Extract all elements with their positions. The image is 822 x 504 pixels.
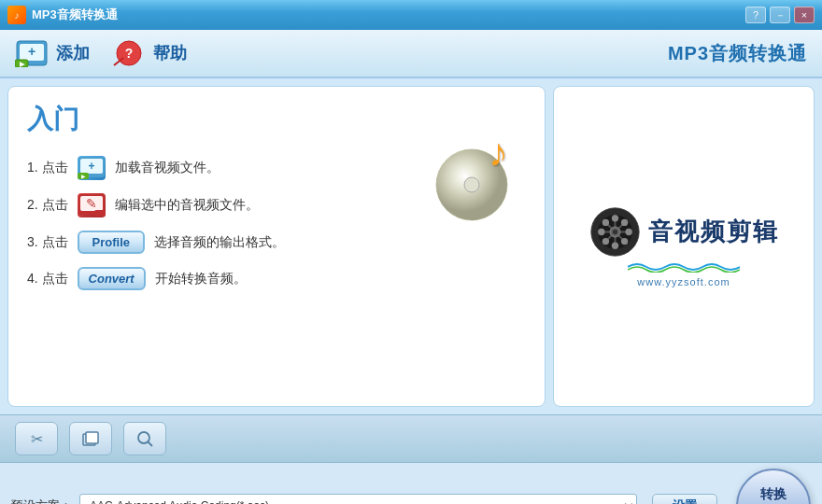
- window-title: MP3音频转换通: [32, 7, 118, 23]
- step-4: 4. 点击 Convert 开始转换音频。: [27, 267, 526, 290]
- svg-text:♪: ♪: [489, 133, 508, 175]
- brand-text-main: 音视频剪辑: [648, 216, 779, 248]
- svg-point-33: [620, 218, 627, 225]
- svg-point-31: [602, 218, 608, 225]
- svg-point-30: [625, 228, 631, 234]
- svg-point-27: [611, 215, 617, 221]
- svg-line-40: [148, 441, 152, 446]
- preset-select[interactable]: AAC-Advanced Audio Coding(*.aac): [79, 494, 637, 504]
- wave-decoration: [628, 261, 740, 273]
- help-toolbar-button[interactable]: ? 帮助: [112, 38, 187, 68]
- svg-text:+: +: [28, 44, 35, 59]
- cd-decoration: ♪: [432, 133, 526, 227]
- title-bar-right: ? － ×: [745, 7, 815, 23]
- toolbar: + ▶ 添加 ? 帮助 MP3音频转换通: [0, 30, 822, 78]
- step2-icon: ✎: [78, 193, 106, 217]
- convert-inline-button[interactable]: Convert: [78, 267, 146, 290]
- svg-rect-38: [86, 432, 98, 443]
- step1-icon: + ▶: [78, 156, 106, 180]
- search-icon: [135, 430, 154, 447]
- cut-icon: ✂: [31, 430, 43, 448]
- minimize-button[interactable]: －: [770, 7, 790, 23]
- svg-point-28: [611, 242, 617, 248]
- svg-point-34: [602, 237, 608, 244]
- close-button[interactable]: ×: [794, 7, 815, 23]
- title-bar-left: ♪ MP3音频转换通: [7, 6, 118, 24]
- preset-row: 预设方案： AAC-Advanced Audio Coding(*.aac) 设…: [11, 469, 811, 504]
- add-icon: + ▶: [15, 38, 49, 68]
- convert-big-area: 转换 脚本之家 www.jb51.net: [736, 469, 811, 504]
- help-icon: ?: [112, 38, 146, 68]
- step-3: 3. 点击 Profile 选择音频的输出格式。: [27, 231, 526, 254]
- convert-big-button[interactable]: 转换 脚本之家 www.jb51.net: [736, 469, 811, 504]
- brand-logo: 音视频剪辑 www.yyzsoft.com: [589, 206, 779, 287]
- convert-btn-line1: 转换: [760, 486, 787, 503]
- mid-buttons: 设置: [652, 494, 717, 504]
- brand-sub-text: www.yyzsoft.com: [637, 276, 730, 287]
- step3-number: 3. 点击: [27, 234, 68, 251]
- step1-number: 1. 点击: [27, 160, 68, 176]
- svg-rect-16: [94, 210, 106, 217]
- cut-button[interactable]: ✂: [15, 422, 58, 455]
- getting-started-title: 入门: [27, 102, 526, 137]
- add-label: 添加: [56, 42, 90, 64]
- step2-number: 2. 点击: [27, 197, 68, 214]
- step3-text: 选择音频的输出格式。: [154, 234, 285, 251]
- step2-text: 编辑选中的音视频文件。: [115, 197, 259, 214]
- svg-point-19: [464, 177, 479, 192]
- svg-text:▶: ▶: [80, 174, 85, 179]
- brand-logo-top: 音视频剪辑: [589, 206, 779, 258]
- right-panel: 音视频剪辑 www.yyzsoft.com: [553, 86, 815, 407]
- toolbar-left: + ▶ 添加 ? 帮助: [15, 38, 187, 68]
- left-panel: 入门 1. 点击 + ▶ 加载音视频文件。 2. 点击: [7, 86, 546, 407]
- svg-point-29: [598, 228, 604, 234]
- settings-button[interactable]: 设置: [652, 494, 717, 504]
- bottom-strip: ✂: [0, 414, 822, 463]
- bottom-bar: 预设方案： AAC-Advanced Audio Coding(*.aac) 设…: [0, 463, 822, 504]
- preset-label: 预设方案：: [11, 497, 72, 504]
- svg-text:✎: ✎: [86, 196, 97, 211]
- profile-button[interactable]: Profile: [78, 231, 145, 254]
- copy-icon: [81, 430, 100, 447]
- step4-text: 开始转换音频。: [155, 271, 247, 287]
- step4-number: 4. 点击: [27, 271, 68, 287]
- search-button[interactable]: [123, 422, 166, 455]
- help-label: 帮助: [153, 42, 187, 64]
- copy-button[interactable]: [69, 422, 112, 455]
- title-bar: ♪ MP3音频转换通 ? － ×: [0, 0, 822, 30]
- svg-text:+: +: [88, 160, 94, 173]
- app-icon: ♪: [7, 6, 26, 24]
- svg-text:?: ?: [125, 46, 134, 61]
- film-reel-icon: [589, 206, 641, 258]
- help-button[interactable]: ?: [745, 7, 766, 23]
- main-area: 入门 1. 点击 + ▶ 加载音视频文件。 2. 点击: [0, 78, 822, 414]
- svg-point-36: [612, 229, 617, 234]
- svg-point-32: [620, 237, 627, 244]
- add-button[interactable]: + ▶ 添加: [15, 38, 90, 68]
- step1-text: 加载音视频文件。: [115, 160, 220, 176]
- right-top: 音视频剪辑 www.yyzsoft.com: [553, 86, 815, 407]
- app-title: MP3音频转换通: [668, 41, 807, 66]
